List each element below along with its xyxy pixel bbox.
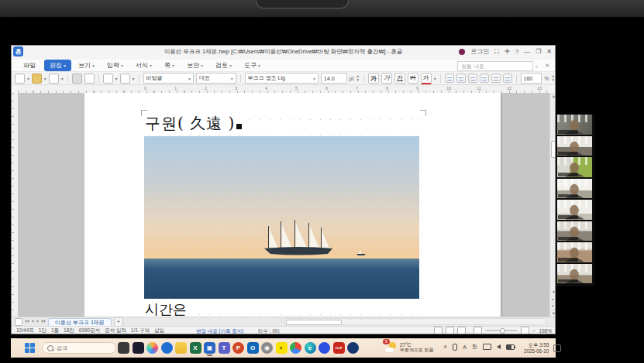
close-button[interactable]: ✕ <box>546 48 552 55</box>
zoom-in-button[interactable] <box>521 327 529 334</box>
profile-icon[interactable] <box>459 49 465 55</box>
zoom-percentage[interactable]: 198% <box>539 328 552 334</box>
zoom-icon[interactable] <box>347 342 359 354</box>
hscrollbar-thumb[interactable] <box>286 320 342 325</box>
weather-widget[interactable]: 9 27°C 부분적으로 맑음 <box>385 341 434 353</box>
save-icon[interactable] <box>49 74 59 84</box>
vertical-scrollbar[interactable]: ▲ ▼ ▲▲ ▼▼ ■ <box>549 93 556 317</box>
search-app-icon[interactable] <box>161 342 173 354</box>
help-icon[interactable]: ? <box>515 48 518 55</box>
font-select[interactable]: 부크크 명조 Lig▾ <box>245 73 319 84</box>
align-justify-icon[interactable] <box>445 74 454 83</box>
participant-video-tile[interactable] <box>557 242 592 262</box>
zoom-out-button[interactable] <box>474 327 482 334</box>
taskbar-search-input[interactable]: 검색 <box>42 342 116 354</box>
menu-item[interactable]: 보기▾ <box>73 60 100 71</box>
outline-select[interactable]: 대표▾ <box>196 73 236 84</box>
copilot-icon[interactable] <box>146 342 158 354</box>
scroll-down-icon[interactable]: ▼ <box>551 289 556 295</box>
prev-page-button[interactable]: ▲▲ <box>551 296 556 303</box>
page-nav-button[interactable]: ■ <box>551 310 556 317</box>
teams-icon[interactable]: T <box>219 342 230 354</box>
strike-button[interactable]: 가 <box>408 73 418 84</box>
clip-icon[interactable]: CLIP <box>333 342 345 354</box>
menu-item[interactable]: 쪽▾ <box>159 60 180 71</box>
excel-icon[interactable]: X <box>190 342 201 354</box>
settings-icon[interactable]: ◉ <box>261 342 273 354</box>
participant-video-tile[interactable] <box>557 136 592 156</box>
preview-icon[interactable] <box>84 74 95 84</box>
tray-chevron-icon[interactable]: ∧ <box>443 344 447 350</box>
minimize-button[interactable]: — <box>524 48 530 55</box>
sailboat-photo[interactable] <box>144 136 419 299</box>
contacts-icon[interactable]: ▣ <box>204 342 215 354</box>
layout-icon[interactable] <box>15 318 22 326</box>
participant-video-tile[interactable] <box>557 264 592 284</box>
fullscreen-icon[interactable]: ⛶ <box>494 48 499 56</box>
view-normal-icon[interactable] <box>434 327 443 334</box>
align-right-icon[interactable] <box>480 74 489 83</box>
chrome-icon[interactable] <box>290 342 301 354</box>
move-icon[interactable]: ✛ <box>505 48 510 55</box>
change-log-status[interactable]: 변경 내용 [기록 중지] <box>196 328 243 335</box>
magnifier-icon[interactable]: ⌕ <box>532 327 536 334</box>
speaker-icon[interactable] <box>497 344 501 349</box>
participant-video-tile[interactable] <box>557 200 592 220</box>
menu-item[interactable]: 서식▾ <box>130 60 157 71</box>
participant-video-tile[interactable] <box>557 179 592 199</box>
find-controls[interactable]: ㆍ ⌄ ✕ <box>522 62 552 70</box>
document-paragraph[interactable]: 시간은 <box>145 300 187 317</box>
bold-button[interactable]: 가 <box>368 73 379 84</box>
font-color-button[interactable]: 가 <box>421 73 432 84</box>
font-size-stepper[interactable]: ▲▼ <box>356 74 360 82</box>
text-area[interactable]: 구원( 久遠 ) <box>144 111 423 317</box>
open-file-icon[interactable] <box>32 74 42 84</box>
participant-video-tile[interactable] <box>557 157 592 177</box>
last-tab-icon[interactable]: ⏵⏵ <box>41 319 46 324</box>
display-icon[interactable] <box>483 344 491 350</box>
whale-icon[interactable] <box>319 342 330 354</box>
kakaotalk-icon[interactable]: ◗ <box>276 342 288 354</box>
align-divide-icon[interactable] <box>503 74 512 83</box>
login-button[interactable]: 로그인 <box>470 47 489 56</box>
align-left-icon[interactable] <box>456 74 466 83</box>
participant-video-tile[interactable] <box>557 221 592 241</box>
line-spacing-input[interactable]: 160 <box>521 73 542 84</box>
style-select[interactable]: 바탕글▾ <box>143 73 195 84</box>
photos-app-icon[interactable] <box>133 342 144 354</box>
document-page[interactable]: 구원( 久遠 ) <box>84 93 501 317</box>
battery-icon[interactable] <box>506 344 515 350</box>
view-page-icon[interactable] <box>446 327 454 334</box>
zoom-slider-thumb[interactable] <box>500 328 505 334</box>
taskbar-clock[interactable]: 오후 3:55 2025-06-10 <box>524 342 549 354</box>
document-heading[interactable]: 구원( 久遠 ) <box>145 113 242 134</box>
next-tab-icon[interactable]: ⏵ <box>36 319 39 324</box>
ime-korean-indicator[interactable]: 한 <box>472 343 477 351</box>
align-distribute-icon[interactable] <box>491 74 501 83</box>
menu-item[interactable]: 검토▾ <box>210 60 237 71</box>
undo-icon[interactable] <box>103 74 113 84</box>
participant-video-tile[interactable] <box>557 115 592 135</box>
notification-center-icon[interactable] <box>553 344 561 352</box>
prev-tab-icon[interactable]: ⏴ <box>32 319 34 324</box>
document-area[interactable]: 구원( 久遠 ) <box>18 93 549 317</box>
new-document-icon[interactable] <box>15 74 25 84</box>
task-view-icon[interactable] <box>118 342 129 354</box>
ime-latin-indicator[interactable]: A <box>463 344 467 350</box>
align-center-icon[interactable] <box>468 74 477 83</box>
view-wide-icon[interactable] <box>457 327 466 334</box>
font-size-input[interactable]: 14.0 <box>321 73 347 84</box>
print-icon[interactable] <box>72 74 82 84</box>
menu-item[interactable]: 입력▾ <box>102 60 129 71</box>
new-tab-button[interactable]: + <box>114 317 123 327</box>
microphone-icon[interactable] <box>453 344 457 351</box>
menu-item[interactable]: 도구▾ <box>239 60 266 71</box>
zoom-slider[interactable] <box>485 330 518 331</box>
outlook-icon[interactable]: O <box>247 342 259 354</box>
edge-icon[interactable]: e <box>305 342 316 354</box>
redo-icon[interactable] <box>120 74 130 84</box>
powerpoint-icon[interactable]: P <box>232 342 244 354</box>
next-page-button[interactable]: ▼▼ <box>551 303 556 310</box>
scroll-up-icon[interactable]: ▲ <box>551 93 556 99</box>
menu-item[interactable]: 파일 <box>18 60 43 71</box>
